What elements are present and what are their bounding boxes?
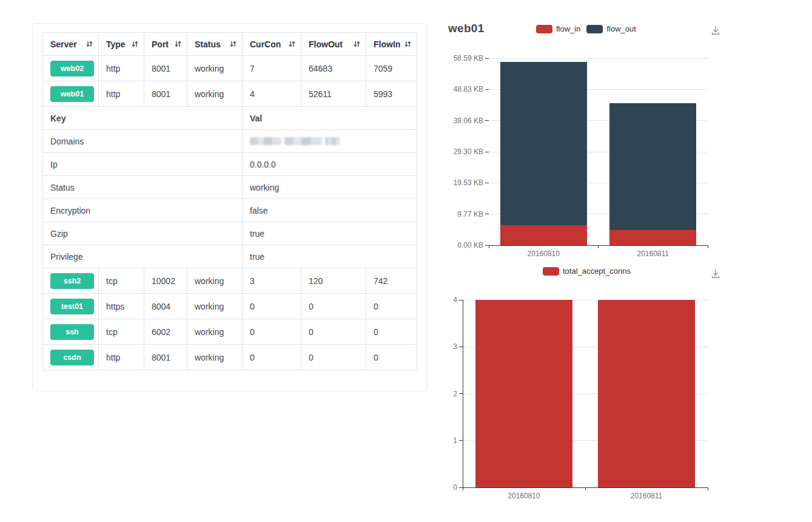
charts-panel: web01 flow_in flow_out 0.00 KB9.77 KB19.… (0, 0, 812, 522)
y-axis-label: 0 (415, 483, 457, 492)
y-axis-label: 4 (415, 296, 457, 304)
x-axis-tick (708, 487, 708, 490)
y-axis-label: 2 (415, 390, 457, 398)
x-axis-line (463, 487, 708, 488)
x-axis-label: 20160811 (610, 492, 683, 500)
bar-total_accept_conns-20160810[interactable] (475, 300, 572, 487)
y-axis-line (463, 300, 463, 488)
conns-chart: 012342016081020160811 (0, 0, 812, 522)
x-axis-tick (585, 487, 586, 490)
y-axis-label: 3 (415, 342, 457, 351)
y-axis-label: 1 (415, 436, 457, 445)
x-axis-label: 20160810 (488, 492, 560, 500)
bar-total_accept_conns-20160811[interactable] (598, 300, 695, 487)
